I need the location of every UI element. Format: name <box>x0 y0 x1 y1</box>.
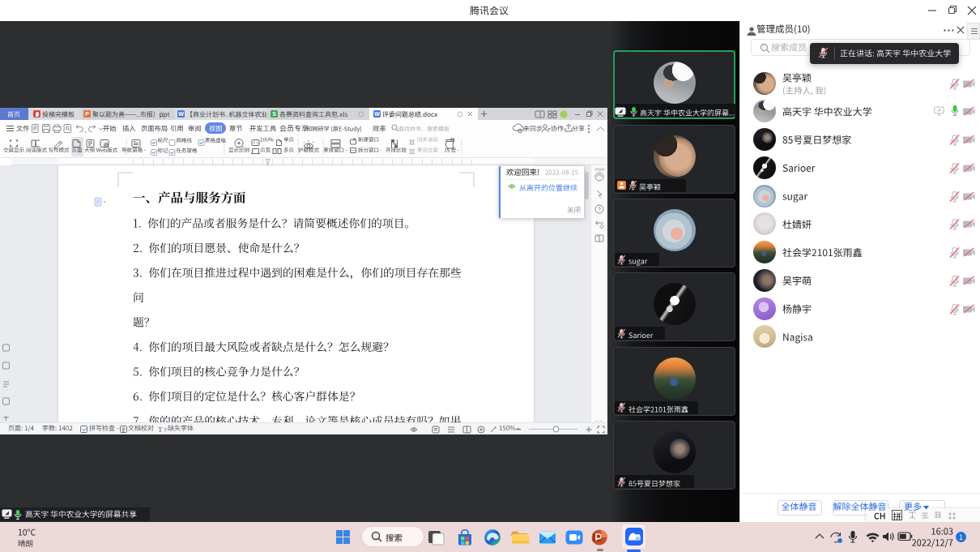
svg-text:?: ? <box>164 427 167 433</box>
svg-text:T: T <box>158 426 163 434</box>
